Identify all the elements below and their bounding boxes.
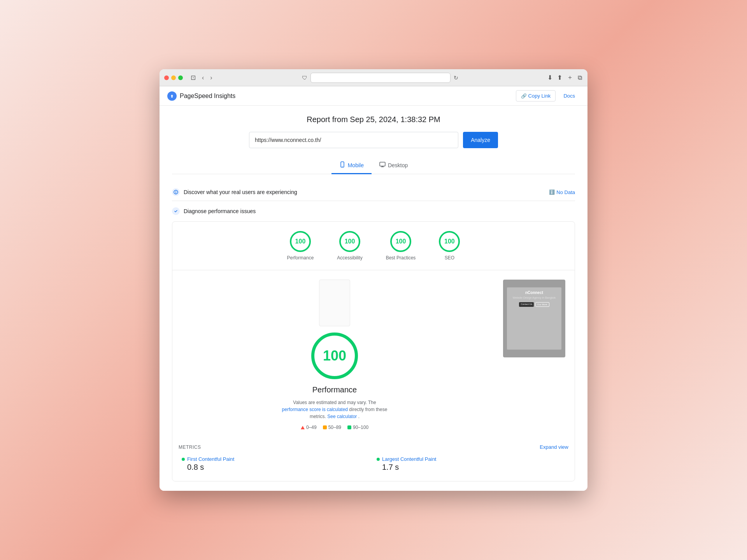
screenshot-btn-2: Our Work (535, 302, 549, 307)
no-data-badge: ℹ️ No Data (549, 189, 575, 195)
pass-range: 90–100 (353, 425, 368, 430)
browser-window: ⊡ ‹ › 🛡 ↻ ⬇ ⬆ ＋ ⧉ PageSpeed Insights (160, 69, 587, 491)
metrics-label: METRICS (179, 444, 201, 450)
fail-icon (301, 426, 305, 429)
metric-lcp-label: Largest Contentful Paint (382, 456, 436, 462)
no-data-label: No Data (556, 189, 575, 195)
screenshot-site-title: nConnect (525, 290, 543, 295)
diagnose-header: Diagnose performance issues (172, 207, 575, 215)
mobile-tab-label: Mobile (348, 162, 364, 168)
share-button[interactable]: ⬆ (556, 73, 563, 82)
performance-detail-title: Performance (312, 385, 357, 394)
new-tab-button[interactable]: ＋ (566, 73, 574, 82)
url-input[interactable] (249, 132, 458, 148)
score-card-seo: 100 SEO (439, 231, 460, 261)
title-bar: ⊡ ‹ › 🛡 ↻ ⬇ ⬆ ＋ ⧉ (160, 69, 587, 86)
traffic-light-red[interactable] (164, 75, 169, 80)
scores-top-row: 100 Performance 100 Accessibility 100 Be… (172, 222, 575, 270)
legend-pass: 90–100 (347, 425, 368, 430)
tab-desktop[interactable]: Desktop (372, 158, 416, 174)
address-bar-area: 🛡 ↻ (217, 73, 544, 83)
main-content: Report from Sep 25, 2024, 1:38:32 PM Ana… (160, 106, 587, 491)
address-bar[interactable] (310, 73, 451, 83)
performance-right-panel: nConnect Website Design Agency in Bangko… (503, 280, 565, 357)
no-data-icon: ℹ️ (549, 189, 555, 195)
pass-icon (347, 425, 351, 429)
svg-point-2 (342, 166, 343, 167)
tabs-container: Mobile Desktop (172, 158, 575, 174)
pagespeed-logo-icon (167, 91, 177, 101)
metric-fcp: First Contentful Paint 0.8 s (179, 453, 374, 475)
app-title: PageSpeed Insights (180, 93, 235, 100)
sidebar-toggle-button[interactable]: ⊡ (189, 73, 197, 82)
desktop-tab-label: Desktop (388, 162, 408, 168)
metrics-header: METRICS Expand view (172, 439, 575, 453)
screenshot-content: nConnect Website Design Agency in Bangko… (507, 287, 561, 350)
big-performance-score-circle: 100 (311, 332, 358, 379)
score-card-accessibility: 100 Accessibility (337, 231, 362, 261)
accessibility-score-label: Accessibility (337, 255, 362, 261)
traffic-lights (164, 75, 183, 80)
performance-detail: 100 Performance Values are estimated and… (172, 270, 575, 439)
logo-area: PageSpeed Insights (167, 91, 235, 101)
back-button[interactable]: ‹ (200, 74, 205, 82)
discover-section-bar: Discover what your real users are experi… (172, 184, 575, 201)
metric-fcp-label-row: First Contentful Paint (182, 456, 370, 462)
metric-fcp-value: 0.8 s (182, 463, 370, 472)
best-practices-score-circle: 100 (390, 231, 411, 252)
traffic-light-green[interactable] (178, 75, 183, 80)
metric-lcp-dot (377, 458, 380, 461)
diagnose-title: Diagnose performance issues (184, 208, 256, 214)
average-range: 50–89 (328, 425, 341, 430)
docs-link[interactable]: Docs (559, 91, 580, 101)
mobile-tab-icon (339, 161, 345, 169)
metric-fcp-label: First Contentful Paint (187, 456, 234, 462)
download-button[interactable]: ⬇ (547, 73, 553, 82)
url-bar-container: Analyze (249, 132, 498, 148)
expand-view-button[interactable]: Expand view (540, 444, 568, 450)
performance-score-label: Performance (287, 255, 314, 261)
shield-icon: 🛡 (302, 75, 307, 81)
analyze-button[interactable]: Analyze (463, 132, 498, 148)
best-practices-score-label: Best Practices (386, 255, 416, 261)
mobile-preview-left (319, 280, 350, 326)
perf-note-end: . (358, 414, 359, 419)
metric-lcp-label-row: Largest Contentful Paint (377, 456, 565, 462)
performance-score-circle: 100 (290, 231, 311, 252)
metrics-grid: First Contentful Paint 0.8 s Largest Con… (172, 453, 575, 481)
accessibility-score-circle: 100 (339, 231, 360, 252)
perf-score-link[interactable]: performance score is calculated (282, 407, 348, 412)
diagnose-section: Diagnose performance issues 100 Performa… (172, 207, 575, 481)
forward-button[interactable]: › (209, 74, 214, 82)
diagnose-icon (172, 207, 180, 215)
fail-range: 0–49 (306, 425, 317, 430)
tabs-button[interactable]: ⧉ (577, 74, 583, 82)
legend-average: 50–89 (323, 425, 341, 430)
perf-note-text: Values are estimated and may vary. The (293, 400, 376, 405)
copy-link-label: Copy Link (528, 93, 551, 99)
performance-left-panel: 100 Performance Values are estimated and… (182, 280, 487, 430)
app-header: PageSpeed Insights 🔗 Copy Link Docs (160, 86, 587, 106)
website-screenshot: nConnect Website Design Agency in Bangko… (503, 280, 565, 357)
header-actions: 🔗 Copy Link Docs (516, 90, 580, 102)
screenshot-buttons: Contact Us Our Work (519, 302, 549, 307)
screenshot-btn-1: Contact Us (519, 302, 534, 307)
screenshot-site-subtitle: Website Design Agency in Bangkok (513, 296, 556, 299)
metric-lcp-value: 1.7 s (377, 463, 565, 472)
svg-rect-3 (380, 162, 385, 166)
copy-link-button[interactable]: 🔗 Copy Link (516, 90, 556, 102)
perf-calculator-link[interactable]: See calculator (327, 414, 357, 419)
report-title: Report from Sep 25, 2024, 1:38:32 PM (172, 115, 575, 124)
discover-title: Discover what your real users are experi… (184, 189, 297, 195)
metric-lcp: Largest Contentful Paint 1.7 s (374, 453, 568, 475)
legend-fail: 0–49 (301, 425, 317, 430)
tab-mobile[interactable]: Mobile (331, 158, 372, 174)
score-legend: 0–49 50–89 90–100 (301, 425, 368, 430)
svg-point-5 (175, 191, 176, 192)
discover-section-left: Discover what your real users are experi… (172, 188, 297, 196)
scores-container: 100 Performance 100 Accessibility 100 Be… (172, 221, 575, 481)
performance-note: Values are estimated and may vary. The p… (280, 399, 389, 420)
browser-actions: ⬇ ⬆ ＋ ⧉ (547, 73, 583, 82)
reload-button[interactable]: ↻ (454, 75, 458, 81)
traffic-light-yellow[interactable] (171, 75, 176, 80)
